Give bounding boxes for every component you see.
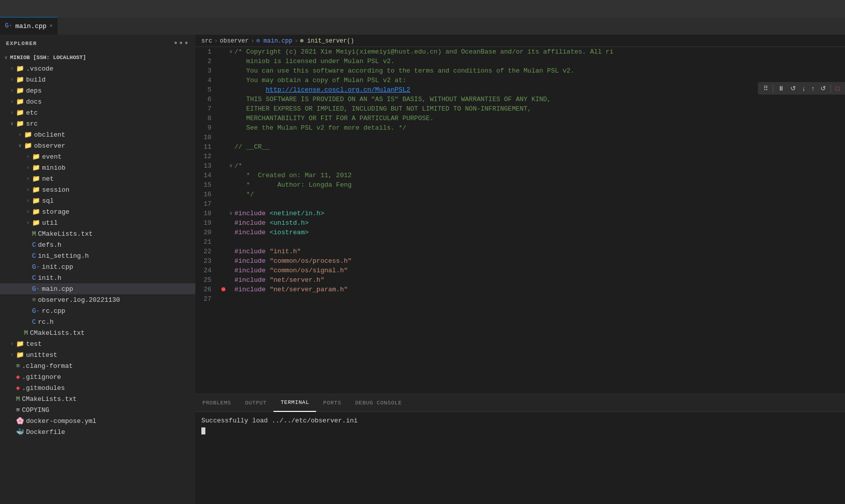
error-indicator bbox=[221, 287, 225, 291]
bottom-panel: PROBLEMSOUTPUTTERMINALPORTSDEBUG CONSOLE… bbox=[195, 394, 845, 504]
tree-arrow: › bbox=[24, 176, 32, 182]
fold-arrow[interactable]: ∨ bbox=[227, 209, 234, 218]
sidebar-item-session[interactable]: ›📁session bbox=[0, 184, 195, 195]
debug-sep1 bbox=[773, 85, 773, 93]
sidebar-item-copying[interactable]: ≡COPYING bbox=[0, 404, 195, 415]
code-line-15: 15 * Author: Longda Feng bbox=[195, 180, 845, 190]
sidebar-item-net[interactable]: ›📁net bbox=[0, 173, 195, 184]
sidebar-item-cmakelists-root[interactable]: MCMakeLists.txt bbox=[0, 393, 195, 404]
folder-icon: 📁 bbox=[16, 120, 24, 128]
sidebar-item-test[interactable]: ›📁test bbox=[0, 338, 195, 349]
sidebar-item-etc[interactable]: ›📁etc bbox=[0, 107, 195, 118]
line-number: 4 bbox=[195, 76, 219, 85]
tree-label: observer bbox=[34, 142, 195, 150]
tree-label: unittest bbox=[26, 351, 195, 359]
sidebar-item-obclient[interactable]: ›📁obclient bbox=[0, 129, 195, 140]
sidebar-item-clang-format[interactable]: ≡.clang-format bbox=[0, 360, 195, 371]
sidebar-item-gitmodules[interactable]: ◆.gitmodules bbox=[0, 382, 195, 393]
panel-tab-terminal[interactable]: TERMINAL bbox=[273, 394, 316, 412]
line-content: */ bbox=[234, 190, 845, 199]
line-content: #include "common/os/signal.h" bbox=[234, 266, 845, 275]
sidebar-item-docs[interactable]: ›📁docs bbox=[0, 96, 195, 107]
line-number: 22 bbox=[195, 247, 219, 256]
tree-label: session bbox=[42, 186, 195, 194]
sidebar-item-miniob[interactable]: ›📁miniob bbox=[0, 162, 195, 173]
tree-label: .gitmodules bbox=[22, 384, 195, 392]
line-number: 27 bbox=[195, 294, 219, 304]
sidebar-item-unittest[interactable]: ›📁unittest bbox=[0, 349, 195, 360]
sidebar-item-init-h[interactable]: Cinit.h bbox=[0, 272, 195, 283]
debug-sep2 bbox=[830, 85, 831, 93]
debug-drag-button[interactable]: ⠿ bbox=[761, 84, 771, 93]
code-line-14: 14 * Created on: Mar 11, 2012 bbox=[195, 171, 845, 180]
line-number: 10 bbox=[195, 133, 219, 142]
tab-cpp-icon: G· bbox=[5, 23, 12, 30]
sidebar-item-gitignore[interactable]: ◆.gitignore bbox=[0, 371, 195, 382]
debug-restart-button[interactable]: ↺ bbox=[788, 84, 798, 93]
folder-icon: 📁 bbox=[32, 208, 40, 216]
tree-label: .clang-format bbox=[22, 362, 195, 370]
debug-pause-button[interactable]: ⏸ bbox=[775, 84, 787, 93]
fold-arrow[interactable]: ∨ bbox=[227, 47, 234, 57]
sidebar-item-deps[interactable]: ›📁deps bbox=[0, 85, 195, 96]
sidebar-item-ini-setting-h[interactable]: Cini_setting.h bbox=[0, 250, 195, 261]
tree-label: docs bbox=[26, 98, 195, 106]
panel-tab-ports[interactable]: PORTS bbox=[316, 394, 348, 412]
sidebar-item-defs-h[interactable]: Cdefs.h bbox=[0, 239, 195, 250]
sidebar-item-rc-h[interactable]: Crc.h bbox=[0, 316, 195, 327]
breadcrumb-sep2: › bbox=[250, 38, 254, 45]
debug-step-over-button[interactable]: ↓ bbox=[799, 84, 808, 93]
line-number: 25 bbox=[195, 275, 219, 285]
tree-label: Dockerfile bbox=[26, 428, 195, 436]
sidebar-item-cmakelists-src[interactable]: MCMakeLists.txt bbox=[0, 327, 195, 338]
panel-tab-debug-console[interactable]: DEBUG CONSOLE bbox=[348, 394, 409, 412]
sidebar-item-main-cpp[interactable]: G·main.cpp bbox=[0, 283, 195, 294]
sidebar-item-docker-compose[interactable]: 🌸docker-compose.yml bbox=[0, 415, 195, 426]
debug-step-into-button[interactable]: ↑ bbox=[809, 84, 817, 93]
sidebar-item-observer-log[interactable]: ≡observer.log.20221130 bbox=[0, 294, 195, 305]
tree-label: deps bbox=[26, 87, 195, 95]
code-line-12: 12 bbox=[195, 152, 845, 161]
tree-arrow: ∨ bbox=[16, 143, 24, 149]
debug-step-out-button[interactable]: ↺ bbox=[818, 84, 828, 93]
fold-arrow[interactable]: ∨ bbox=[227, 161, 234, 171]
breadcrumb-observer: observer bbox=[220, 38, 249, 45]
folder-icon: 📁 bbox=[24, 142, 32, 150]
tree-arrow: › bbox=[8, 66, 16, 72]
line-number: 6 bbox=[195, 95, 219, 104]
folder-icon: 📁 bbox=[32, 219, 40, 227]
tree-arrow: › bbox=[24, 209, 32, 215]
sidebar-item-util[interactable]: ›📁util bbox=[0, 217, 195, 228]
breadcrumb: src › observer › ⊙ main.cpp › ⊛ init_ser… bbox=[195, 35, 845, 47]
sidebar-item-rc-cpp[interactable]: G·rc.cpp bbox=[0, 305, 195, 316]
line-content: You can use this software according to t… bbox=[234, 66, 845, 76]
line-content: MERCHANTABILITY OR FIT FOR A PARTICULAR … bbox=[234, 114, 845, 123]
sidebar-item-storage[interactable]: ›📁storage bbox=[0, 206, 195, 217]
c-file-icon: C bbox=[32, 318, 36, 326]
line-number: 14 bbox=[195, 171, 219, 180]
code-line-17: 17 bbox=[195, 199, 845, 209]
sidebar-item-build[interactable]: ›📁build bbox=[0, 74, 195, 85]
sidebar-item-event[interactable]: ›📁event bbox=[0, 151, 195, 162]
line-number: 15 bbox=[195, 180, 219, 190]
code-editor[interactable]: 1∨/* Copyright (c) 2021 Xie Meiyi(xiemei… bbox=[195, 47, 845, 394]
code-line-13: 13∨/* bbox=[195, 161, 845, 171]
sidebar-more-button[interactable]: ••• bbox=[173, 39, 189, 48]
tab-close-button[interactable]: × bbox=[50, 23, 53, 29]
sidebar-item-src[interactable]: ∨📁src bbox=[0, 118, 195, 129]
sidebar-item-init-cpp[interactable]: G·init.cpp bbox=[0, 261, 195, 272]
terminal-output[interactable]: Successfully load ../../etc/observer.ini bbox=[195, 412, 845, 504]
debug-stop-button[interactable]: □ bbox=[833, 84, 842, 93]
sidebar-item-dockerfile[interactable]: 🐳Dockerfile bbox=[0, 426, 195, 437]
sidebar-item-observer[interactable]: ∨📁observer bbox=[0, 140, 195, 151]
panel-tab-output[interactable]: OUTPUT bbox=[238, 394, 273, 412]
sidebar-item-sql[interactable]: ›📁sql bbox=[0, 195, 195, 206]
tree-label: util bbox=[42, 219, 195, 227]
sidebar-root[interactable]: ∨ MINIOB [SSH: LOCALHOST] bbox=[0, 52, 195, 63]
tab-main-cpp[interactable]: G· main.cpp × bbox=[0, 17, 58, 35]
line-content: * Created on: Mar 11, 2012 bbox=[234, 171, 845, 180]
sidebar-item-cmakelists-observer[interactable]: MCMakeLists.txt bbox=[0, 228, 195, 239]
cpp-file-icon: G· bbox=[32, 307, 40, 315]
panel-tab-problems[interactable]: PROBLEMS bbox=[195, 394, 238, 412]
sidebar-item-vscode[interactable]: ›📁.vscode bbox=[0, 63, 195, 74]
